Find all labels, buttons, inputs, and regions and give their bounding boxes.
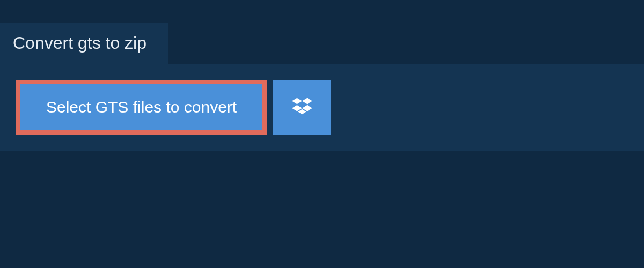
converter-panel: Select GTS files to convert (0, 64, 644, 151)
dropbox-button[interactable] (273, 80, 331, 135)
tab-label: Convert gts to zip (13, 33, 147, 53)
empty-area (0, 151, 644, 258)
converter-tab[interactable]: Convert gts to zip (0, 23, 168, 64)
dropbox-icon (292, 96, 312, 118)
button-row: Select GTS files to convert (16, 80, 628, 135)
select-files-button[interactable]: Select GTS files to convert (16, 80, 267, 135)
select-files-label: Select GTS files to convert (46, 98, 237, 116)
